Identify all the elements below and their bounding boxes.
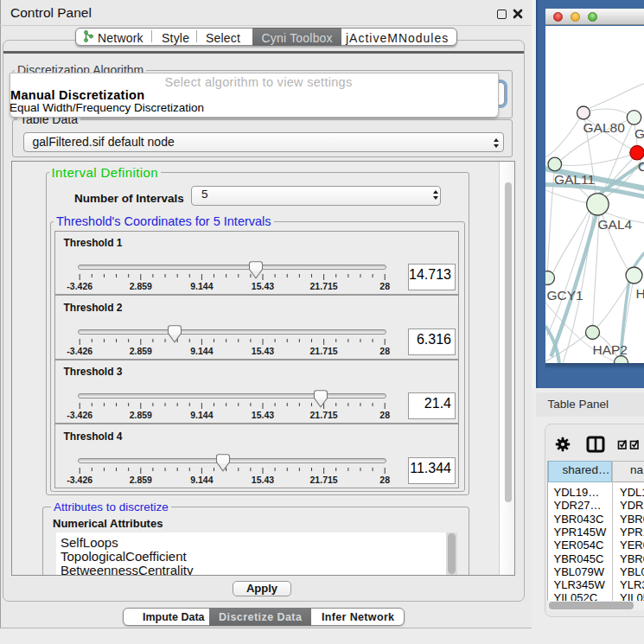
svg-text:HAP2: HAP2: [592, 342, 628, 357]
svg-text:GAL80: GAL80: [583, 120, 625, 135]
svg-text:GAL3: GAL3: [634, 125, 644, 140]
svg-text:GCY1: GCY1: [546, 287, 583, 302]
svg-text:GAL11: GAL11: [554, 171, 595, 186]
svg-text:HAP4: HAP4: [635, 285, 644, 300]
svg-text:GAL4: GAL4: [597, 216, 632, 231]
svg-text:CDC: CDC: [638, 159, 644, 174]
